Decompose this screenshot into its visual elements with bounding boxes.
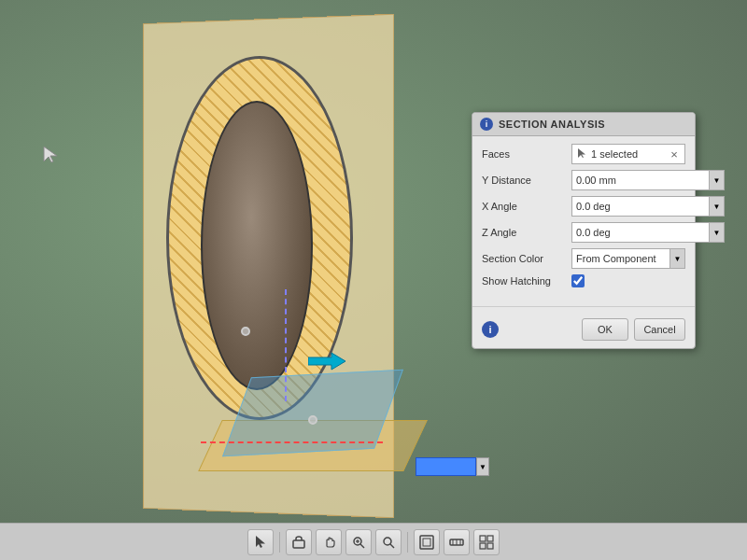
inner-oval <box>201 101 313 390</box>
z-angle-input[interactable] <box>571 222 710 243</box>
red-dashed-line <box>201 441 383 443</box>
arrow-manipulator[interactable] <box>308 350 345 369</box>
measure-tool-button[interactable] <box>444 529 470 555</box>
ok-button[interactable]: OK <box>582 318 628 341</box>
x-angle-field: ▼ <box>571 196 725 217</box>
toolbar-sep-1 <box>279 532 280 553</box>
faces-value-text: 1 selected <box>591 148 664 160</box>
svg-rect-20 <box>487 543 493 549</box>
component-tool-button[interactable] <box>286 529 312 555</box>
svg-marker-3 <box>256 536 265 548</box>
svg-rect-4 <box>293 540 304 548</box>
svg-line-10 <box>390 544 394 548</box>
svg-rect-19 <box>480 543 486 549</box>
x-angle-dropdown[interactable]: ▼ <box>710 196 725 217</box>
faces-field: 1 selected × <box>571 144 685 164</box>
svg-rect-18 <box>487 536 493 541</box>
cursor-icon <box>42 145 59 168</box>
svg-marker-0 <box>308 353 345 370</box>
search-tool-button[interactable] <box>375 529 402 555</box>
faces-clear-button[interactable]: × <box>668 147 681 161</box>
section-color-dropdown[interactable]: ▼ <box>670 248 685 269</box>
show-hatching-label: Show Hatching <box>482 275 566 287</box>
panel-header: i SECTION ANALYSIS <box>472 113 695 136</box>
faces-label: Faces <box>482 148 566 160</box>
info-icon[interactable]: i <box>482 321 499 338</box>
panel-body: Faces 1 selected × Y Distance ▼ <box>472 136 695 301</box>
toolbar-sep-2 <box>407 532 408 553</box>
section-color-row: Section Color From Component Custom ▼ <box>482 248 685 269</box>
blue-cutting-plane <box>222 370 403 456</box>
x-angle-row: X Angle ▼ <box>482 196 685 217</box>
svg-rect-12 <box>423 539 430 546</box>
scene-value-dropdown[interactable]: ▼ <box>476 457 489 476</box>
panel-title: SECTION ANALYSIS <box>499 119 605 130</box>
panel-divider <box>472 306 695 307</box>
y-distance-input[interactable] <box>571 170 710 190</box>
panel-footer: i OK Cancel <box>472 313 695 348</box>
cancel-button[interactable]: Cancel <box>634 318 685 341</box>
z-angle-label: Z Angle <box>482 227 566 238</box>
svg-marker-2 <box>578 148 585 158</box>
svg-marker-1 <box>44 147 57 162</box>
faces-value-container: 1 selected × <box>571 144 685 164</box>
zoom-tool-button[interactable] <box>345 529 372 555</box>
scene-value-input[interactable]: 0.00 mm <box>416 457 476 476</box>
section-color-field: From Component Custom ▼ <box>571 248 685 269</box>
footer-buttons: OK Cancel <box>582 318 685 341</box>
faces-row: Faces 1 selected × <box>482 144 685 164</box>
svg-rect-11 <box>420 536 433 549</box>
section-color-label: Section Color <box>482 253 566 264</box>
handle-bottom[interactable] <box>308 415 317 425</box>
x-angle-input[interactable] <box>571 196 710 217</box>
section-color-select[interactable]: From Component Custom <box>571 248 670 269</box>
view-tool-button[interactable] <box>414 529 440 555</box>
handle-left[interactable] <box>241 327 250 336</box>
hand-tool-button[interactable] <box>316 529 342 555</box>
y-distance-row: Y Distance ▼ <box>482 170 685 190</box>
y-distance-label: Y Distance <box>482 175 566 186</box>
faces-cursor-icon <box>576 147 587 161</box>
show-hatching-checkbox[interactable] <box>571 274 585 287</box>
toolbar <box>0 523 747 560</box>
svg-point-9 <box>384 538 391 545</box>
x-angle-label: X Angle <box>482 201 566 212</box>
scene-value-container[interactable]: 0.00 mm ▼ <box>416 457 489 476</box>
grid-tool-button[interactable] <box>473 529 500 555</box>
z-angle-field: ▼ <box>571 222 725 243</box>
y-distance-dropdown[interactable]: ▼ <box>710 170 725 190</box>
svg-rect-17 <box>480 536 486 541</box>
select-tool-button[interactable] <box>247 529 274 555</box>
z-angle-dropdown[interactable]: ▼ <box>710 222 725 243</box>
z-angle-row: Z Angle ▼ <box>482 222 685 243</box>
svg-line-6 <box>360 544 364 548</box>
panel-header-icon: i <box>480 118 493 131</box>
section-analysis-panel: i SECTION ANALYSIS Faces 1 selected × <box>472 112 696 349</box>
y-distance-field: ▼ <box>571 170 725 190</box>
show-hatching-row: Show Hatching <box>482 274 685 287</box>
vertical-dashed-line <box>285 289 287 401</box>
